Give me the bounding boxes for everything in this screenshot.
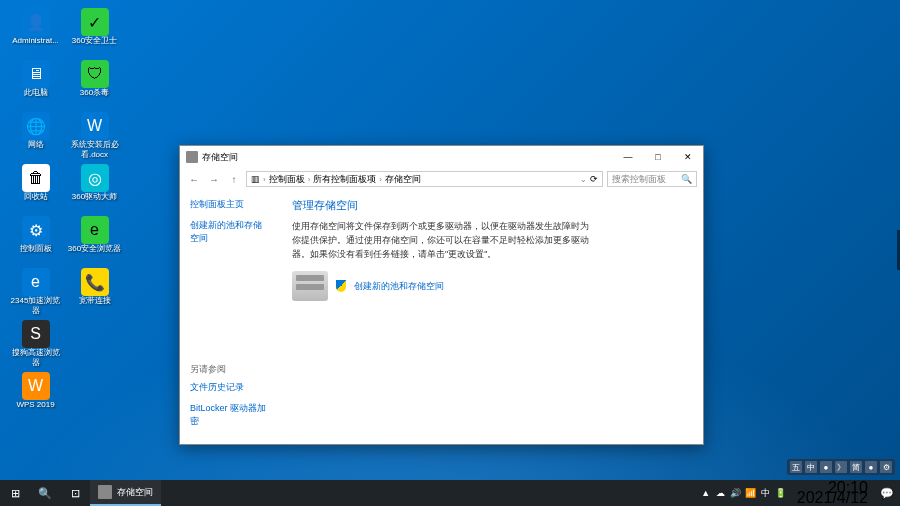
sidebar-seealso-link[interactable]: BitLocker 驱动器加密	[190, 402, 270, 428]
search-button[interactable]: 🔍	[30, 480, 60, 506]
app-icon: 🗑	[22, 164, 50, 192]
tray-icon[interactable]: 📶	[745, 487, 757, 499]
create-action: 创建新的池和存储空间	[292, 271, 691, 301]
taskbar[interactable]: ⊞ 🔍 ⊡ 存储空间 ▲☁🔊📶中🔋 20:10 2021/4/12 💬	[0, 480, 900, 506]
breadcrumb[interactable]: ▥ › 控制面板 › 所有控制面板项 › 存储空间 ⌄ ⟳	[246, 171, 603, 187]
maximize-button[interactable]: □	[643, 146, 673, 168]
titlebar[interactable]: 存储空间 — □ ✕	[180, 146, 703, 168]
window-icon	[186, 151, 198, 163]
icon-label: 网络	[28, 140, 44, 150]
sidebar-seealso-title: 另请参阅	[190, 363, 270, 376]
desktop-icon[interactable]: S搜狗高速浏览器	[8, 320, 63, 370]
ime-button[interactable]: 中	[805, 461, 817, 473]
desktop-icon[interactable]: 🖥此电脑	[8, 60, 63, 110]
ime-button[interactable]: ●	[820, 461, 832, 473]
icon-label: 此电脑	[24, 88, 48, 98]
tray-icon[interactable]: 🔋	[775, 487, 787, 499]
start-button[interactable]: ⊞	[0, 480, 30, 506]
ime-button[interactable]: 五	[790, 461, 802, 473]
desktop-icon[interactable]: 📞宽带连接	[67, 268, 122, 318]
desktop-icon[interactable]: ⚙控制面板	[8, 216, 63, 266]
clock-date: 2021/4/12	[797, 493, 868, 503]
desktop-icon[interactable]: e360安全浏览器	[67, 216, 122, 266]
tray-icon[interactable]: 中	[760, 487, 772, 499]
app-icon: ◎	[81, 164, 109, 192]
tray-icon[interactable]: ☁	[715, 487, 727, 499]
icon-label: 系统安装后必看.docx	[67, 140, 122, 160]
ime-button[interactable]: ●	[865, 461, 877, 473]
app-icon: S	[22, 320, 50, 348]
app-icon: e	[22, 268, 50, 296]
task-label: 存储空间	[117, 486, 153, 499]
breadcrumb-item[interactable]: 存储空间	[385, 173, 421, 186]
desktop-icon[interactable]: 🌐网络	[8, 112, 63, 162]
tray-icon[interactable]: ▲	[700, 487, 712, 499]
breadcrumb-item[interactable]: 控制面板	[269, 173, 305, 186]
taskbar-task-storage[interactable]: 存储空间	[90, 480, 161, 506]
icon-label: 搜狗高速浏览器	[8, 348, 63, 368]
sidebar-home-link[interactable]: 控制面板主页	[190, 198, 270, 211]
close-button[interactable]: ✕	[673, 146, 703, 168]
icon-label: 回收站	[24, 192, 48, 202]
sidebar: 控制面板主页 创建新的池和存储空间 另请参阅 文件历史记录 BitLocker …	[180, 190, 280, 444]
breadcrumb-icon: ▥	[251, 174, 260, 184]
uac-shield-icon	[336, 280, 346, 292]
app-icon: 👤	[22, 8, 50, 36]
icon-label: 2345加速浏览器	[8, 296, 63, 316]
task-view-button[interactable]: ⊡	[60, 480, 90, 506]
desktop-icon[interactable]: 👤Administrat...	[8, 8, 63, 58]
app-icon: ⚙	[22, 216, 50, 244]
forward-button[interactable]: →	[206, 171, 222, 187]
page-description: 使用存储空间将文件保存到两个或更多驱动器，以便在驱动器发生故障时为你提供保护。通…	[292, 219, 592, 261]
icon-label: 360驱动大师	[72, 192, 117, 202]
minimize-button[interactable]: —	[613, 146, 643, 168]
search-placeholder: 搜索控制面板	[612, 173, 666, 186]
icon-label: 360安全卫士	[72, 36, 117, 46]
ime-button[interactable]: ⚙	[880, 461, 892, 473]
desktop-icon[interactable]: ◎360驱动大师	[67, 164, 122, 214]
sidebar-seealso-link[interactable]: 文件历史记录	[190, 381, 270, 394]
search-input[interactable]: 搜索控制面板 🔍	[607, 171, 697, 187]
desktop-icon[interactable]: WWPS 2019	[8, 372, 63, 422]
desktop-icon[interactable]: 🗑回收站	[8, 164, 63, 214]
icon-label: 360安全浏览器	[68, 244, 121, 254]
chevron-icon: ›	[308, 175, 311, 184]
main-panel: 管理存储空间 使用存储空间将文件保存到两个或更多驱动器，以便在驱动器发生故障时为…	[280, 190, 703, 444]
icon-label: WPS 2019	[16, 400, 54, 410]
refresh-icon[interactable]: ⟳	[590, 174, 598, 184]
desktop-icon[interactable]: W系统安装后必看.docx	[67, 112, 122, 162]
ime-button[interactable]: 简	[850, 461, 862, 473]
sidebar-create-link[interactable]: 创建新的池和存储空间	[190, 219, 270, 245]
content: 控制面板主页 创建新的池和存储空间 另请参阅 文件历史记录 BitLocker …	[180, 190, 703, 444]
task-icon	[98, 485, 112, 499]
desktop-icon[interactable]: ✓360安全卫士	[67, 8, 122, 58]
page-heading: 管理存储空间	[292, 198, 691, 213]
back-button[interactable]: ←	[186, 171, 202, 187]
address-bar: ← → ↑ ▥ › 控制面板 › 所有控制面板项 › 存储空间 ⌄ ⟳ 搜索控制…	[180, 168, 703, 190]
desktop-icon[interactable]: e2345加速浏览器	[8, 268, 63, 318]
app-icon: ✓	[81, 8, 109, 36]
app-icon: W	[81, 112, 109, 140]
system-tray[interactable]: ▲☁🔊📶中🔋	[696, 487, 791, 499]
storage-pool-icon	[292, 271, 328, 301]
dropdown-icon[interactable]: ⌄	[580, 175, 587, 184]
ime-button[interactable]: 》	[835, 461, 847, 473]
tray-icon[interactable]: 🔊	[730, 487, 742, 499]
app-icon: 📞	[81, 268, 109, 296]
icon-label: 宽带连接	[79, 296, 111, 306]
chevron-icon: ›	[379, 175, 382, 184]
window-title: 存储空间	[202, 151, 238, 164]
clock[interactable]: 20:10 2021/4/12	[791, 483, 874, 503]
icon-label: 360杀毒	[80, 88, 109, 98]
desktop-icon[interactable]: 🛡360杀毒	[67, 60, 122, 110]
icon-label: Administrat...	[12, 36, 59, 46]
icon-label: 控制面板	[20, 244, 52, 254]
ime-toolbar[interactable]: 五中●》简●⚙	[787, 459, 895, 475]
notification-button[interactable]: 💬	[874, 480, 900, 506]
search-icon: 🔍	[681, 174, 692, 184]
up-button[interactable]: ↑	[226, 171, 242, 187]
app-icon: W	[22, 372, 50, 400]
breadcrumb-item[interactable]: 所有控制面板项	[313, 173, 376, 186]
desktop-icon-grid: 👤Administrat...✓360安全卫士🖥此电脑🛡360杀毒🌐网络W系统安…	[8, 8, 122, 422]
create-pool-link[interactable]: 创建新的池和存储空间	[354, 280, 444, 293]
